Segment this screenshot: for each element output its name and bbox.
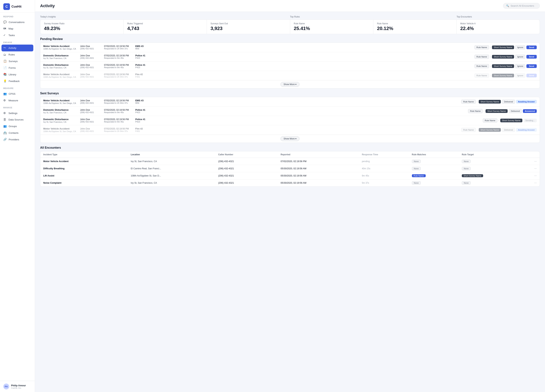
insights-section: Today's Insights Top Rules Top Encounter… — [40, 15, 540, 34]
main-content: Today's Insights Top Rules Top Encounter… — [35, 12, 545, 392]
sidebar-item-settings[interactable]: ⚙ Settings — [0, 110, 35, 116]
col-header-target: Rule Target — [462, 153, 524, 156]
pending-review-title: Pending Review — [40, 37, 540, 41]
rule-button-3[interactable]: Rule Name — [475, 74, 489, 78]
sidebar-item-map[interactable]: 🗺 Map — [0, 25, 35, 32]
search-box[interactable]: 🔍 Search All Encounters — [503, 3, 540, 9]
enc-target-0: None — [462, 160, 524, 163]
ignore-button-1[interactable]: Ignore — [515, 55, 525, 59]
sidebar-item-forms[interactable]: 📄 Forms — [0, 64, 35, 71]
contacts-icon: 📇 — [3, 131, 7, 135]
sent-row-1: Domestic Disturbance Ivy St, San Francis… — [40, 106, 540, 116]
table-row-1: Difficulty Breathing El Camino Real, San… — [40, 165, 540, 172]
chat-icon: 💬 — [3, 20, 7, 24]
sidebar-logo: C CueHit — [0, 0, 35, 13]
sent-survey-button-0[interactable]: Short Survey Name — [479, 100, 501, 104]
survey-button-2[interactable]: Short Survey Name — [492, 64, 514, 68]
sidebar-label-tasks: Tasks — [8, 34, 15, 37]
pending-person-2: John Doe (206) 432-4321 — [80, 64, 102, 68]
enc-caller-2: (206) 432-4321 — [218, 174, 281, 177]
pending-show-more-label: Show More — [284, 83, 295, 86]
sidebar-item-providers[interactable]: 🔗 Providers — [0, 136, 35, 143]
pending-time-1: 07/02/2020, 02:19:56 PM Responded in 9m … — [104, 54, 134, 59]
pending-unit-2: Police #1 P423 — [135, 64, 150, 68]
rule-button-2[interactable]: Rule Name — [475, 64, 489, 68]
more-options-2[interactable]: ··· — [534, 174, 537, 177]
sidebar-label-contacts: Contacts — [9, 131, 19, 134]
rule-button-1[interactable]: Rule Name — [475, 55, 489, 59]
more-options-1[interactable]: ··· — [534, 167, 537, 170]
ignore-button-0[interactable]: Ignore — [515, 45, 525, 49]
survey-button-1[interactable]: Short Survey Name — [492, 55, 514, 59]
sent-person-2: John Doe (206) 432-4321 — [80, 118, 102, 123]
insight-label-2: Surveys Sent Out — [211, 22, 286, 25]
send-button-0[interactable]: Send — [526, 45, 537, 49]
enc-reported-1: 05/30/2020, 02:19:56 AM — [281, 167, 362, 170]
sidebar-item-contacts[interactable]: 📇 Contacts — [0, 130, 35, 136]
sent-rule-button-2[interactable]: Rule Name — [483, 118, 497, 123]
sent-unit-2: Police #1 P423 — [135, 118, 150, 123]
sidebar-item-groups[interactable]: 👥 Groups — [0, 123, 35, 130]
sent-survey-button-3[interactable]: Short Survey Name — [479, 128, 501, 132]
sent-arrow-1: › — [484, 110, 484, 112]
col-header-caller: Caller Number — [218, 153, 281, 156]
send-button-3[interactable]: Send — [526, 74, 537, 77]
more-options-0[interactable]: ··· — [534, 160, 537, 163]
pending-row-1: Domestic Disturbance Ivy St, San Francis… — [40, 52, 540, 62]
survey-button-3[interactable]: Short Survey Name — [492, 74, 514, 77]
enc-reported-0: 07/02/2020, 02:19:56 PM — [281, 160, 362, 163]
check-icon: ✓ — [3, 33, 7, 37]
sidebar-item-tasks[interactable]: ✓ Tasks — [0, 32, 35, 38]
sidebar-item-activity[interactable]: 〜 Activity — [1, 44, 33, 51]
col-header-response: Response Time — [362, 153, 412, 156]
status-awaiting-0: Awaiting Answer — [516, 100, 537, 104]
enc-response-0: pending — [362, 160, 412, 163]
send-button-2[interactable]: Send — [526, 64, 537, 68]
ignore-button-3[interactable]: Ignore — [515, 74, 525, 78]
sent-survey-button-2[interactable]: Short Survey Name — [500, 119, 522, 122]
sent-survey-button-1[interactable]: Short Survey Name — [486, 109, 508, 113]
sidebar-item-library[interactable]: 📚 Library — [0, 71, 35, 78]
search-placeholder: Search All Encounters — [511, 4, 534, 7]
survey-button-0[interactable]: Short Survey Name — [492, 45, 514, 49]
section-engage: ENGAGE — [0, 38, 35, 44]
enc-target-3: None — [462, 181, 524, 185]
sidebar-item-measure[interactable]: ⚙ Measure — [0, 97, 35, 104]
sent-person-1: John Doe (206) 432-4321 — [80, 109, 102, 113]
forms-icon: 📄 — [3, 66, 7, 69]
sent-rule-button-0[interactable]: Rule Name — [461, 100, 476, 104]
enc-location-1: El Camino Real, San Franci... — [131, 167, 218, 170]
pending-actions-2: Rule Name › Short Survey Name Ignore Sen… — [475, 64, 537, 68]
sidebar-item-cpss[interactable]: 👥 CPSS — [0, 90, 35, 97]
status-delivered-3: Delivered — [502, 128, 515, 132]
sent-unit-3: Fire #2 F431 — [135, 127, 150, 132]
surveys-icon: 📋 — [3, 60, 7, 63]
sidebar-item-surveys[interactable]: 📋 Surveys — [0, 58, 35, 64]
sent-actions-0: Rule Name › Short Survey Name Delivered … — [461, 100, 537, 104]
insight-value-2: 3,923 — [211, 26, 286, 31]
sent-rule-button-1[interactable]: Rule Name — [468, 109, 483, 113]
pending-unit-3: Fire #2 F431 — [135, 73, 150, 78]
pending-row-3: Motor Vehicle Accident 108th Av/Sigsbee … — [40, 71, 540, 80]
sent-actions-1: Rule Name › Short Survey Name Delivered … — [468, 109, 537, 113]
enc-target-2: Short Survey Name — [462, 174, 524, 177]
pending-show-more-button[interactable]: Show More ▾ — [280, 82, 300, 87]
sent-rule-button-3[interactable]: Rule Name — [461, 128, 476, 132]
user-footer[interactable]: PA Philip Amour CueHit, Inc. — [0, 381, 35, 392]
sidebar-item-conversations[interactable]: 💬 Conversations — [0, 19, 35, 25]
pending-incident-2: Domestic Disturbance Ivy St, San Francis… — [43, 63, 78, 69]
avatar-initials: PA — [5, 385, 8, 388]
pending-review-list: Motor Vehicle Accident 108th Av/Sigsbee … — [40, 43, 540, 88]
enc-rule-1: None — [412, 167, 462, 170]
sidebar-item-feedback[interactable]: 💡 Feedback — [0, 78, 35, 84]
logo-text: CueHit — [12, 5, 22, 8]
rule-button-0[interactable]: Rule Name — [475, 45, 489, 49]
status-awaiting-3: Awaiting Answer — [516, 128, 537, 132]
ignore-button-2[interactable]: Ignore — [515, 64, 525, 68]
sidebar-item-rules[interactable]: 🗂 Rules — [0, 51, 35, 58]
sent-person-3: John Doe (206) 432-4321 — [80, 127, 102, 132]
more-options-3[interactable]: ··· — [534, 181, 537, 185]
sent-show-more-button[interactable]: Show More ▾ — [280, 136, 300, 141]
sidebar-item-data-sources[interactable]: 🗄 Data Sources — [0, 116, 35, 123]
send-button-1[interactable]: Send — [526, 55, 537, 59]
